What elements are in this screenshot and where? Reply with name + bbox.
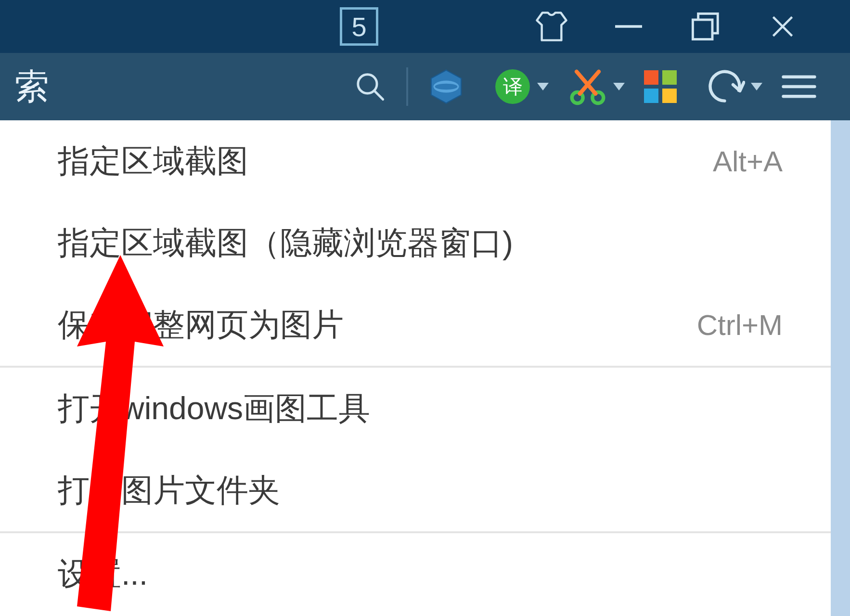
restore-button[interactable] bbox=[667, 0, 744, 53]
svg-line-13 bbox=[580, 72, 599, 94]
menu-item-label: 打开图片文件夹 bbox=[58, 469, 280, 512]
browser-button[interactable] bbox=[413, 53, 479, 120]
chevron-down-icon bbox=[751, 83, 762, 90]
scrollbar-track[interactable] bbox=[831, 120, 850, 616]
menu-item-label: 保存完整网页为图片 bbox=[58, 303, 344, 346]
chevron-down-icon bbox=[613, 83, 625, 90]
menu-item-capture-area[interactable]: 指定区域截图 Alt+A bbox=[0, 120, 831, 202]
svg-rect-2 bbox=[693, 20, 712, 39]
toolbar: 索 译 bbox=[0, 53, 850, 120]
undo-icon bbox=[706, 69, 745, 104]
restore-icon bbox=[689, 10, 722, 43]
main-menu-button[interactable] bbox=[767, 53, 831, 120]
menu-item-label: 打开windows画图工具 bbox=[58, 387, 370, 430]
scissors-icon bbox=[568, 67, 607, 106]
screenshot-button[interactable] bbox=[554, 53, 630, 120]
menu-item-label: 指定区域截图（隐藏浏览器窗口) bbox=[58, 221, 513, 265]
menu-item-open-mspaint[interactable]: 打开windows画图工具 bbox=[0, 368, 831, 449]
translate-button[interactable]: 译 bbox=[479, 53, 554, 120]
skin-icon bbox=[535, 10, 568, 43]
app-root: 5 索 bbox=[0, 0, 850, 616]
translate-icon: 译 bbox=[494, 68, 531, 105]
svg-point-9 bbox=[435, 84, 458, 90]
tiles-icon bbox=[644, 70, 677, 103]
menu-item-label: 设置... bbox=[58, 552, 148, 596]
toolbar-separator bbox=[406, 67, 408, 106]
svg-line-6 bbox=[374, 91, 383, 100]
browser-icon bbox=[427, 68, 465, 105]
minimize-icon bbox=[612, 10, 645, 43]
menu-item-shortcut: Alt+A bbox=[713, 145, 783, 178]
menu-item-open-image-folder[interactable]: 打开图片文件夹 bbox=[0, 449, 831, 531]
menu-item-shortcut: Ctrl+M bbox=[697, 308, 783, 342]
search-button[interactable] bbox=[339, 53, 401, 120]
tiles-button[interactable] bbox=[630, 53, 691, 120]
notification-count: 5 bbox=[351, 11, 366, 42]
search-icon bbox=[353, 70, 387, 103]
svg-line-14 bbox=[577, 72, 595, 94]
menu-item-settings[interactable]: 设置... bbox=[0, 533, 831, 615]
undo-button[interactable] bbox=[691, 53, 767, 120]
menu-item-save-page-image[interactable]: 保存完整网页为图片 Ctrl+M bbox=[0, 284, 831, 366]
minimize-button[interactable] bbox=[590, 0, 667, 53]
notification-badge[interactable]: 5 bbox=[340, 7, 378, 46]
hamburger-icon bbox=[782, 72, 816, 102]
close-icon bbox=[769, 13, 796, 40]
title-bar: 5 bbox=[0, 0, 850, 53]
screenshot-menu: 指定区域截图 Alt+A 指定区域截图（隐藏浏览器窗口) 保存完整网页为图片 C… bbox=[0, 120, 831, 615]
skin-button[interactable] bbox=[513, 0, 590, 53]
translate-glyph: 译 bbox=[503, 76, 523, 98]
menu-item-label: 指定区域截图 bbox=[58, 140, 248, 183]
search-label: 索 bbox=[14, 64, 49, 110]
menu-item-capture-area-hide[interactable]: 指定区域截图（隐藏浏览器窗口) bbox=[0, 202, 831, 284]
close-button[interactable] bbox=[744, 0, 821, 53]
chevron-down-icon bbox=[537, 83, 549, 90]
